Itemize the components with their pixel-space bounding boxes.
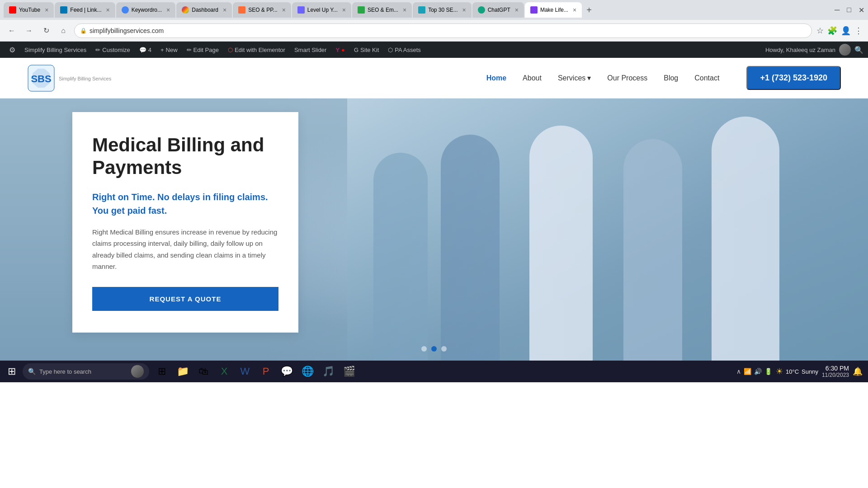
wp-edit-page[interactable]: ✏ Edit Page	[182, 42, 223, 58]
tab-favicon-seo2	[358, 6, 365, 14]
browser-menu-icon[interactable]: ⋮	[854, 26, 863, 36]
taskbar-search[interactable]: 🔍 Type here to search	[23, 363, 149, 380]
tab-title-makelife: Make Life...	[540, 7, 568, 13]
pa-assets-icon: ⬡	[388, 47, 393, 53]
browser-tab-keyword[interactable]: Keywordro... ×	[116, 2, 176, 18]
whatsapp-icon: 💬	[281, 366, 293, 377]
request-quote-button[interactable]: REQUEST A QUOTE	[92, 287, 278, 311]
phone-button[interactable]: +1 (732) 523-1920	[746, 66, 841, 90]
wp-comments[interactable]: 💬 4	[135, 42, 156, 58]
browser-tab-seo1[interactable]: SEO & PP... ×	[233, 2, 291, 18]
browser-tab-linkedin[interactable]: Feed | Link... ×	[55, 2, 115, 18]
url-input[interactable]: 🔒 simplifybillingservices.com	[74, 23, 812, 38]
wp-customize[interactable]: ✏ Customize	[91, 42, 134, 58]
new-tab-button[interactable]: +	[583, 4, 595, 16]
hero-description: Right Medical Billing ensures increase i…	[92, 226, 278, 272]
nav-home[interactable]: Home	[486, 74, 506, 82]
slider-dot-1[interactable]	[421, 346, 427, 352]
svg-text:SBS: SBS	[31, 73, 51, 84]
customize-icon: ✏	[95, 47, 100, 53]
wp-smart-slider[interactable]: Smart Slider	[290, 42, 331, 58]
whatsapp-button[interactable]: 💬	[277, 361, 297, 381]
excel-icon: X	[221, 366, 228, 377]
tab-close-makelife[interactable]: ×	[573, 6, 576, 14]
wp-new[interactable]: + New	[156, 42, 182, 58]
nav-about[interactable]: About	[523, 74, 542, 82]
tab-title-top30: Top 30 SE...	[428, 7, 458, 13]
site-kit-icon: G	[354, 47, 359, 53]
nav-services[interactable]: Services ▾	[558, 74, 591, 82]
site-logo[interactable]: SBS Simplify Billing Services	[27, 64, 111, 92]
weather-widget: ☀ 10°C Sunny	[776, 366, 818, 376]
hero-subtitle-line1: Right on Time. No delays in filing claim…	[92, 192, 268, 202]
taskbar-search-icon: 🔍	[28, 368, 36, 375]
wp-elementor[interactable]: ⬡ Edit with Elementor	[223, 42, 290, 58]
profile-icon[interactable]: 👤	[841, 26, 851, 36]
tab-close-top30[interactable]: ×	[462, 6, 466, 14]
reload-button[interactable]: ↻	[40, 24, 52, 37]
nav-contact[interactable]: Contact	[694, 74, 719, 82]
browser-tab-makelife[interactable]: Make Life... ×	[525, 2, 582, 18]
edit-page-label: Edit Page	[193, 47, 219, 53]
home-button[interactable]: ⌂	[57, 24, 70, 37]
slider-dot-3[interactable]	[441, 346, 447, 352]
back-button[interactable]: ←	[5, 24, 18, 37]
davinci-button[interactable]: 🎬	[339, 361, 359, 381]
tray-up-icon[interactable]: ∧	[736, 368, 741, 375]
battery-icon[interactable]: 🔋	[764, 368, 772, 375]
wp-yoast[interactable]: Y ●	[331, 42, 349, 58]
volume-icon[interactable]: 🔊	[754, 368, 762, 375]
close-button[interactable]: ✕	[859, 6, 864, 14]
browser-tab-top30[interactable]: Top 30 SE... ×	[413, 2, 472, 18]
browser-tab-chatgpt[interactable]: ChatGPT ×	[472, 2, 524, 18]
tab-close-keyword[interactable]: ×	[166, 6, 170, 14]
address-bar: ← → ↻ ⌂ 🔒 simplifybillingservices.com ☆ …	[0, 20, 868, 42]
network-icon[interactable]: 📶	[744, 368, 751, 375]
person-silhouette-4	[623, 139, 682, 361]
elementor-label: Edit with Elementor	[235, 47, 285, 53]
wp-site-label: Simplify Billing Services	[24, 47, 86, 53]
store-button[interactable]: 🛍	[193, 361, 213, 381]
tab-close-youtube[interactable]: ×	[45, 6, 48, 14]
slider-dot-2[interactable]	[431, 346, 437, 352]
bookmark-icon[interactable]: ☆	[816, 26, 824, 36]
chrome-button[interactable]: 🌐	[297, 361, 317, 381]
logo-tagline: Simplify Billing Services	[59, 76, 111, 81]
tab-favicon-linkedin	[60, 6, 67, 14]
notification-icon[interactable]: 🔔	[853, 366, 863, 376]
tab-close-seo1[interactable]: ×	[282, 6, 286, 14]
tab-close-linkedin[interactable]: ×	[106, 6, 110, 14]
wp-site-name[interactable]: Simplify Billing Services	[20, 42, 91, 58]
wp-search-icon[interactable]: 🔍	[854, 46, 863, 54]
wp-logo-item[interactable]: ⚙	[5, 42, 20, 58]
excel-button[interactable]: X	[214, 361, 234, 381]
browser-tab-levelup[interactable]: Level Up Y... ×	[292, 2, 351, 18]
wp-pa-assets[interactable]: ⬡ PA Assets	[383, 42, 425, 58]
nav-our-process[interactable]: Our Process	[607, 74, 647, 82]
wp-user-avatar[interactable]	[839, 44, 851, 56]
clock[interactable]: 6:30 PM 11/20/2023	[822, 365, 849, 378]
person-silhouette-3	[529, 126, 593, 361]
nav-blog[interactable]: Blog	[664, 74, 678, 82]
media-button[interactable]: 🎵	[318, 361, 338, 381]
smart-slider-label: Smart Slider	[294, 47, 327, 53]
tab-close-dashboard[interactable]: ×	[223, 6, 226, 14]
tab-close-chatgpt[interactable]: ×	[515, 6, 519, 14]
forward-button[interactable]: →	[23, 24, 35, 37]
tab-close-levelup[interactable]: ×	[342, 6, 346, 14]
browser-tab-dashboard[interactable]: Dashboard ×	[176, 2, 232, 18]
wp-site-kit[interactable]: G Site Kit	[349, 42, 383, 58]
task-view-button[interactable]: ⊞	[152, 361, 172, 381]
maximize-button[interactable]: □	[847, 6, 851, 14]
weather-icon: ☀	[776, 366, 783, 376]
extensions-icon[interactable]: 🧩	[827, 26, 837, 36]
minimize-button[interactable]: ─	[835, 6, 840, 14]
tab-close-seo2[interactable]: ×	[403, 6, 406, 14]
powerpoint-button[interactable]: P	[256, 361, 276, 381]
browser-tab-seo2[interactable]: SEO & Em... ×	[352, 2, 412, 18]
word-button[interactable]: W	[235, 361, 255, 381]
tab-favicon-seo1	[238, 6, 245, 14]
start-button[interactable]: ⊞	[2, 361, 22, 381]
browser-tab-youtube[interactable]: YouTube ×	[4, 2, 54, 18]
file-explorer-button[interactable]: 📁	[173, 361, 193, 381]
